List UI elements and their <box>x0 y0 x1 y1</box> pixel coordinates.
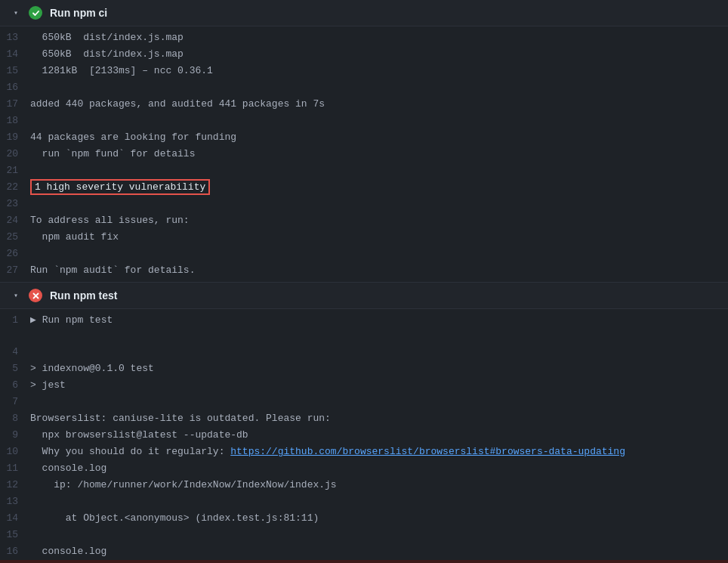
section-npm-ci: ▾ Run npm ci13 650kB dist/index.js.map14… <box>0 0 728 283</box>
log-line: 5> indexnow@0.1.0 test <box>0 360 728 377</box>
line-content: > indexnow@0.1.0 test <box>30 361 728 376</box>
line-content: > jest <box>30 378 728 393</box>
success-icon <box>29 6 42 20</box>
vulnerability-highlight: 1 high severity vulnerability <box>30 179 210 195</box>
line-content: npx browserslist@latest --update-db <box>30 428 728 443</box>
log-line: 1▶ Run npm test <box>0 312 728 329</box>
line-number: 8 <box>0 411 30 426</box>
line-number: 15 <box>0 63 30 79</box>
log-line: 7 <box>0 394 728 410</box>
line-content: 650kB dist/index.js.map <box>30 30 728 45</box>
line-number: 27 <box>0 263 30 278</box>
log-line <box>0 329 728 344</box>
log-content-npm-test: 1▶ Run npm test45> indexnow@0.1.0 test6>… <box>0 309 728 563</box>
log-line: 8Browserslist: caniuse-lite is outdated.… <box>0 410 728 427</box>
line-content: 44 packages are looking for funding <box>30 130 728 145</box>
line-content: Run `npm audit` for details. <box>30 263 728 278</box>
log-line: 221 high severity vulnerability <box>0 179 728 196</box>
line-content: To address all issues, run: <box>30 213 728 228</box>
line-content: console.log <box>30 544 728 559</box>
log-line: 25 npm audit fix <box>0 229 728 246</box>
line-number: 13 <box>0 494 30 509</box>
line-number: 19 <box>0 130 30 145</box>
line-number: 26 <box>0 246 30 261</box>
log-line: 23 <box>0 196 728 212</box>
log-line: 9 npx browserslist@latest --update-db <box>0 427 728 444</box>
log-line: 13 <box>0 493 728 510</box>
line-content: 1281kB [2133ms] – ncc 0.36.1 <box>30 63 728 79</box>
log-line: 6> jest <box>0 377 728 394</box>
line-number: 10 <box>0 444 30 459</box>
section-title-npm-test: Run npm test <box>50 289 117 302</box>
log-content-npm-ci: 13 650kB dist/index.js.map14 650kB dist/… <box>0 26 728 282</box>
line-number: 18 <box>0 113 30 128</box>
line-number: 6 <box>0 378 30 393</box>
line-number: 22 <box>0 180 30 195</box>
log-line: 10 Why you should do it regularly: https… <box>0 444 728 460</box>
log-line: 26 <box>0 246 728 262</box>
line-number: 20 <box>0 147 30 162</box>
log-line: 17added 440 packages, and audited 441 pa… <box>0 96 728 113</box>
line-content: added 440 packages, and audited 441 pack… <box>30 97 728 112</box>
line-number: 13 <box>0 30 30 45</box>
external-link[interactable]: https://github.com/browserslist/browsers… <box>230 446 625 457</box>
log-line: 15 <box>0 527 728 543</box>
log-line: 18 <box>0 113 728 129</box>
log-line: 27Run `npm audit` for details. <box>0 262 728 279</box>
log-line: 21 <box>0 162 728 179</box>
log-line: 17Error: Input required and not supplied… <box>0 560 728 563</box>
line-number: 9 <box>0 428 30 443</box>
line-number: 15 <box>0 527 30 543</box>
line-number: 16 <box>0 80 30 95</box>
line-content: npm audit fix <box>30 230 728 245</box>
line-number: 1 <box>0 313 30 328</box>
section-npm-test: ▾ Run npm test1▶ Run npm test45> indexno… <box>0 283 728 563</box>
log-line: 4 <box>0 344 728 360</box>
line-content: Browserslist: caniuse-lite is outdated. … <box>30 411 728 426</box>
section-title-npm-ci: Run npm ci <box>50 7 107 19</box>
line-number: 24 <box>0 213 30 228</box>
log-line: 1944 packages are looking for funding <box>0 129 728 146</box>
log-line: 15 1281kB [2133ms] – ncc 0.36.1 <box>0 63 728 79</box>
chevron-down-icon: ▾ <box>11 8 21 17</box>
line-number: 11 <box>0 461 30 476</box>
line-content: 1 high severity vulnerability <box>30 180 728 195</box>
line-number: 14 <box>0 511 30 526</box>
line-content: run `npm fund` for details <box>30 147 728 162</box>
line-number: 16 <box>0 544 30 559</box>
section-header-npm-ci[interactable]: ▾ Run npm ci <box>0 0 728 26</box>
line-content: 650kB dist/index.js.map <box>30 47 728 62</box>
chevron-down-icon: ▾ <box>11 291 21 300</box>
line-number: 12 <box>0 478 30 493</box>
log-line: 16 <box>0 79 728 96</box>
log-line: 20 run `npm fund` for details <box>0 146 728 162</box>
line-content: ▶ Run npm test <box>30 313 728 328</box>
log-line: 11 console.log <box>0 460 728 477</box>
log-line: 24To address all issues, run: <box>0 212 728 229</box>
line-number: 4 <box>0 345 30 360</box>
line-content: Why you should do it regularly: https://… <box>30 444 728 459</box>
log-line: 16 console.log <box>0 543 728 560</box>
log-line: 12 ip: /home/runner/work/IndexNow/IndexN… <box>0 477 728 493</box>
log-line: 14 at Object.<anonymous> (index.test.js:… <box>0 510 728 527</box>
line-number: 7 <box>0 394 30 410</box>
line-content: ip: /home/runner/work/IndexNow/IndexNow/… <box>30 478 728 493</box>
section-header-npm-test[interactable]: ▾ Run npm test <box>0 283 728 309</box>
log-line: 13 650kB dist/index.js.map <box>0 29 728 46</box>
ci-log-viewer: ▾ Run npm ci13 650kB dist/index.js.map14… <box>0 0 728 563</box>
line-number: 17 <box>0 97 30 112</box>
log-line: 14 650kB dist/index.js.map <box>0 46 728 63</box>
line-number: 14 <box>0 47 30 62</box>
line-number: 21 <box>0 163 30 178</box>
line-number: 5 <box>0 361 30 376</box>
line-content: console.log <box>30 461 728 476</box>
error-icon <box>29 289 42 302</box>
line-number: 25 <box>0 230 30 245</box>
line-number: 23 <box>0 196 30 212</box>
line-content: at Object.<anonymous> (index.test.js:81:… <box>30 511 728 526</box>
